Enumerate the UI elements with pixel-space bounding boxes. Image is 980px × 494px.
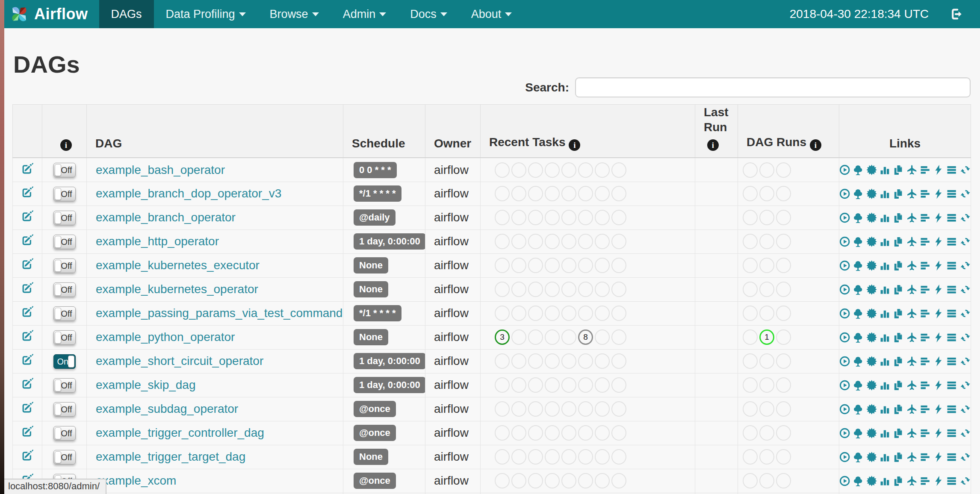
trigger-dag-icon[interactable] <box>839 284 850 295</box>
trigger-dag-icon[interactable] <box>839 356 850 367</box>
task-tries-icon[interactable] <box>893 451 903 463</box>
refresh-icon[interactable] <box>960 164 971 176</box>
landing-times-icon[interactable] <box>906 427 917 439</box>
graph-view-icon[interactable] <box>866 475 877 487</box>
nav-item-browse[interactable]: Browse <box>258 0 331 28</box>
gantt-icon[interactable] <box>920 356 930 367</box>
logs-icon[interactable] <box>946 164 957 176</box>
refresh-icon[interactable] <box>960 475 971 487</box>
refresh-icon[interactable] <box>960 379 971 391</box>
dag-name-link[interactable]: example_branch_dop_operator_v3 <box>87 187 281 200</box>
edit-dag-icon[interactable] <box>21 377 34 390</box>
task-tries-icon[interactable] <box>893 475 903 487</box>
tree-view-icon[interactable] <box>853 188 863 200</box>
logs-icon[interactable] <box>946 356 957 367</box>
edit-dag-icon[interactable] <box>21 329 34 342</box>
gantt-icon[interactable] <box>920 403 930 415</box>
tree-view-icon[interactable] <box>853 164 863 176</box>
task-tries-icon[interactable] <box>893 188 903 200</box>
trigger-dag-icon[interactable] <box>839 212 850 223</box>
task-tries-icon[interactable] <box>893 308 903 319</box>
logs-icon[interactable] <box>946 427 957 439</box>
graph-view-icon[interactable] <box>866 356 877 367</box>
gantt-icon[interactable] <box>920 308 930 319</box>
dag-run-circle-count[interactable]: 1 <box>759 329 774 345</box>
logs-icon[interactable] <box>946 260 957 271</box>
info-icon[interactable]: i <box>60 139 72 151</box>
graph-view-icon[interactable] <box>866 403 877 415</box>
nav-item-docs[interactable]: Docs <box>398 0 459 28</box>
code-view-icon[interactable] <box>933 356 944 367</box>
dag-name-link[interactable]: example_http_operator <box>87 235 219 248</box>
gantt-icon[interactable] <box>920 260 930 271</box>
dag-toggle-off[interactable]: Off <box>53 259 76 273</box>
gantt-icon[interactable] <box>920 284 930 295</box>
logs-icon[interactable] <box>946 284 957 295</box>
code-view-icon[interactable] <box>933 284 944 295</box>
dag-toggle-on[interactable]: On <box>53 354 76 369</box>
trigger-dag-icon[interactable] <box>839 260 850 271</box>
logs-icon[interactable] <box>946 379 957 391</box>
task-duration-icon[interactable] <box>880 475 890 487</box>
landing-times-icon[interactable] <box>906 308 917 319</box>
dag-name-link[interactable]: example_trigger_controller_dag <box>87 426 264 440</box>
dag-toggle-off[interactable]: Off <box>53 163 76 177</box>
edit-dag-icon[interactable] <box>21 233 34 247</box>
tree-view-icon[interactable] <box>853 379 863 391</box>
dag-name-link[interactable]: example_trigger_target_dag <box>87 450 245 464</box>
task-duration-icon[interactable] <box>880 403 890 415</box>
edit-dag-icon[interactable] <box>21 305 34 318</box>
trigger-dag-icon[interactable] <box>839 332 850 343</box>
logs-icon[interactable] <box>946 475 957 487</box>
task-tries-icon[interactable] <box>893 427 903 439</box>
tree-view-icon[interactable] <box>853 260 863 271</box>
graph-view-icon[interactable] <box>866 451 877 463</box>
task-duration-icon[interactable] <box>880 212 890 223</box>
recent-task-circle-count[interactable]: 3 <box>495 329 510 345</box>
refresh-icon[interactable] <box>960 332 971 343</box>
graph-view-icon[interactable] <box>866 260 877 271</box>
dag-toggle-off[interactable]: Off <box>53 211 76 225</box>
graph-view-icon[interactable] <box>866 236 877 247</box>
gantt-icon[interactable] <box>920 475 930 487</box>
gantt-icon[interactable] <box>920 236 930 247</box>
edit-dag-icon[interactable] <box>21 401 34 414</box>
graph-view-icon[interactable] <box>866 212 877 223</box>
trigger-dag-icon[interactable] <box>839 164 850 176</box>
refresh-icon[interactable] <box>960 356 971 367</box>
edit-dag-icon[interactable] <box>21 353 34 366</box>
dag-toggle-off[interactable]: Off <box>53 402 76 417</box>
code-view-icon[interactable] <box>933 236 944 247</box>
logs-icon[interactable] <box>946 332 957 343</box>
logs-icon[interactable] <box>946 308 957 319</box>
edit-dag-icon[interactable] <box>21 162 34 175</box>
landing-times-icon[interactable] <box>906 188 917 200</box>
refresh-icon[interactable] <box>960 308 971 319</box>
dag-name-link[interactable]: example_short_circuit_operator <box>87 354 263 368</box>
tree-view-icon[interactable] <box>853 308 863 319</box>
gantt-icon[interactable] <box>920 427 930 439</box>
graph-view-icon[interactable] <box>866 188 877 200</box>
dag-name-link[interactable]: example_bash_operator <box>87 163 225 177</box>
dag-name-link[interactable]: example_kubernetes_operator <box>87 282 258 296</box>
task-duration-icon[interactable] <box>880 284 890 295</box>
tree-view-icon[interactable] <box>853 284 863 295</box>
nav-item-admin[interactable]: Admin <box>331 0 398 28</box>
dag-name-link[interactable]: example_kubernetes_executor <box>87 259 260 272</box>
dag-name-link[interactable]: example_skip_dag <box>87 378 196 392</box>
dag-toggle-off[interactable]: Off <box>53 450 76 465</box>
dag-name-link[interactable]: example_python_operator <box>87 330 235 344</box>
gantt-icon[interactable] <box>920 379 930 391</box>
dag-toggle-off[interactable]: Off <box>53 187 76 201</box>
gantt-icon[interactable] <box>920 188 930 200</box>
trigger-dag-icon[interactable] <box>839 379 850 391</box>
landing-times-icon[interactable] <box>906 403 917 415</box>
graph-view-icon[interactable] <box>866 308 877 319</box>
refresh-icon[interactable] <box>960 260 971 271</box>
trigger-dag-icon[interactable] <box>839 403 850 415</box>
gantt-icon[interactable] <box>920 332 930 343</box>
dag-name-link[interactable]: example_passing_params_via_test_command <box>87 306 342 320</box>
nav-item-dags[interactable]: DAGs <box>99 0 154 28</box>
airflow-brand[interactable]: Airflow <box>4 0 99 28</box>
dag-toggle-off[interactable]: Off <box>53 426 76 441</box>
